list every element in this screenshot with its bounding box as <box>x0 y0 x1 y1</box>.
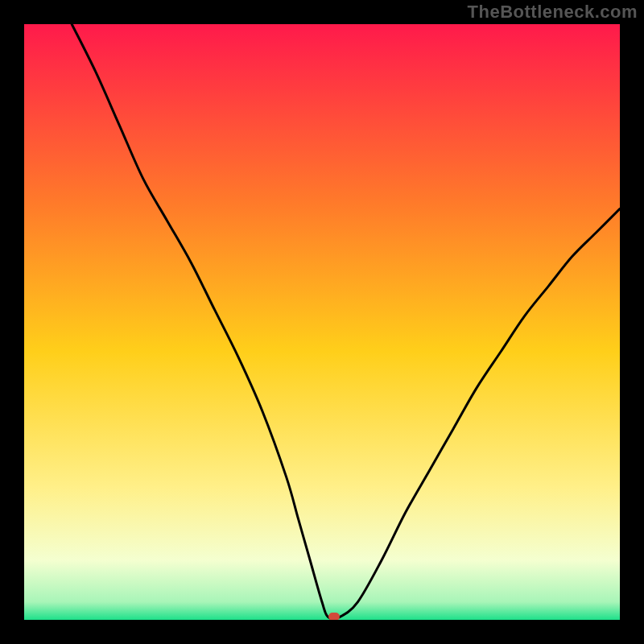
plot-area <box>24 24 620 620</box>
attribution-text: TheBottleneck.com <box>468 2 638 23</box>
plot-svg <box>24 24 620 620</box>
chart-frame: TheBottleneck.com <box>0 0 644 644</box>
marker-dot <box>328 613 340 620</box>
